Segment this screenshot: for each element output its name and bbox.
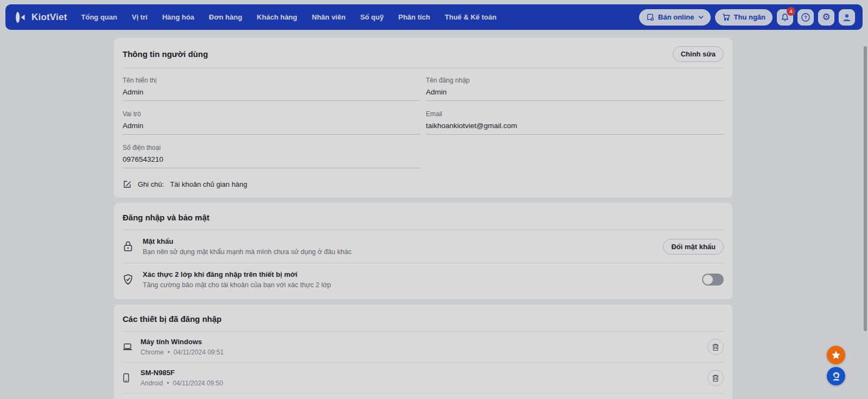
- device-name: Máy tính Windows: [141, 338, 707, 346]
- dot-separator: •: [168, 349, 170, 356]
- field-label: Tên hiển thị: [123, 77, 420, 84]
- device-row: SM-N985F Android • 04/11/2024 09:50: [123, 362, 724, 393]
- account-button[interactable]: [839, 9, 855, 26]
- field-label: Email: [426, 110, 724, 118]
- device-date: 04/11/2024 09:50: [173, 379, 224, 387]
- nav-actions: Bán online Thu ngân: [639, 9, 855, 26]
- nav-item-phan-tich[interactable]: Phân tích: [398, 13, 430, 21]
- toggle-knob: [703, 275, 713, 284]
- field-value: 0976543210: [123, 155, 420, 168]
- nav-item-vi-tri[interactable]: Vị trí: [132, 13, 148, 21]
- svg-text:?: ?: [804, 15, 807, 20]
- two-factor-row: Xác thực 2 lớp khi đăng nhập trên thiết …: [123, 263, 724, 296]
- field-value: Admin: [123, 122, 420, 135]
- field-role: Vai trò Admin: [123, 110, 420, 135]
- delete-device-button[interactable]: [707, 339, 724, 355]
- field-value: taikhoankiotviet@gmail.com: [426, 122, 724, 135]
- device-row: Máy tính Windows Chrome • 05/10/2024 10:…: [123, 393, 724, 399]
- device-date: 04/11/2024 09:51: [174, 349, 224, 356]
- headset-icon: [831, 371, 841, 382]
- avatar-icon: [842, 12, 852, 22]
- divider: [123, 68, 724, 68]
- field-value: Admin: [123, 88, 420, 101]
- trash-icon: [712, 374, 719, 382]
- field-label: Số điện thoại: [123, 144, 420, 151]
- two-factor-title: Xác thực 2 lớp khi đăng nhập trên thiết …: [143, 270, 702, 278]
- device-browser: Chrome: [141, 349, 164, 356]
- kiotviet-logo[interactable]: KiotViet: [13, 11, 67, 24]
- security-card: Đăng nhập và bảo mật Mật khẩu Bạn nên sử…: [114, 203, 732, 299]
- vertical-scrollbar[interactable]: [864, 46, 867, 331]
- password-row: Mật khẩu Bạn nên sử dụng mật khẩu mạnh m…: [123, 230, 724, 263]
- security-title: Đăng nhập và bảo mật: [123, 213, 209, 222]
- dot-separator: •: [167, 379, 169, 387]
- field-username: Tên đăng nhập Admin: [426, 77, 724, 101]
- note-label: Ghi chú:: [138, 180, 164, 188]
- store-icon: [646, 13, 654, 21]
- notifications-button[interactable]: 4: [777, 9, 793, 26]
- two-factor-toggle[interactable]: [702, 274, 724, 286]
- field-label: Tên đăng nhập: [426, 77, 724, 84]
- user-info-card: Thông tin người dùng Chỉnh sửa Tên hiển …: [114, 38, 732, 198]
- support-button[interactable]: [827, 367, 845, 385]
- shield-check-icon: [123, 274, 136, 286]
- help-icon: ?: [801, 12, 810, 22]
- two-factor-description: Tăng cường bảo mật cho tài khoản của bạn…: [143, 281, 702, 289]
- notification-badge: 4: [787, 7, 795, 16]
- nav-item-nhan-vien[interactable]: Nhân viên: [312, 13, 346, 21]
- gear-icon: ⚙: [822, 12, 830, 22]
- devices-title: Các thiết bị đã đăng nhập: [123, 314, 222, 324]
- laptop-icon: [123, 343, 133, 351]
- nav-item-don-hang[interactable]: Đơn hàng: [209, 13, 242, 21]
- note-value: Tài khoản chủ gian hàng: [170, 180, 247, 188]
- nav-item-tong-quan[interactable]: Tổng quan: [81, 13, 117, 21]
- rating-star-button[interactable]: [827, 346, 845, 364]
- nav-menu: Tổng quan Vị trí Hàng hóa Đơn hàng Khách…: [81, 13, 497, 21]
- top-navigation: KiotViet Tổng quan Vị trí Hàng hóa Đơn h…: [5, 4, 863, 30]
- phone-icon: [123, 373, 133, 383]
- field-label: Vai trò: [123, 110, 420, 118]
- settings-button[interactable]: ⚙: [818, 9, 834, 26]
- lock-icon: [123, 240, 136, 252]
- device-name: SM-N985F: [141, 369, 707, 377]
- password-title: Mật khẩu: [143, 237, 663, 245]
- user-info-fields: Tên hiển thị Admin Tên đăng nhập Admin V…: [123, 77, 724, 178]
- cart-icon: [722, 13, 730, 21]
- note-row: Ghi chú: Tài khoản chủ gian hàng: [123, 180, 724, 189]
- thu-ngan-label: Thu ngân: [734, 13, 766, 21]
- nav-item-thue-ke-toan[interactable]: Thuế & Kế toán: [445, 13, 496, 21]
- devices-card: Các thiết bị đã đăng nhập Máy tính Windo…: [114, 305, 732, 399]
- device-row: Máy tính Windows Chrome • 04/11/2024 09:…: [123, 332, 724, 362]
- user-info-title: Thông tin người dùng: [123, 49, 208, 59]
- field-value: Admin: [426, 88, 724, 101]
- ban-online-button[interactable]: Bán online: [639, 9, 710, 26]
- device-browser: Android: [141, 379, 163, 387]
- field-display-name: Tên hiển thị Admin: [123, 77, 420, 101]
- help-button[interactable]: ?: [797, 9, 814, 26]
- field-phone: Số điện thoại 0976543210: [123, 144, 420, 168]
- star-icon: [831, 350, 841, 360]
- field-email: Email taikhoankiotviet@gmail.com: [426, 110, 724, 135]
- edit-note-icon[interactable]: [123, 180, 132, 189]
- change-password-button[interactable]: Đổi mật khẩu: [663, 239, 724, 255]
- nav-item-so-quy[interactable]: Sổ quỹ: [360, 13, 384, 21]
- ban-online-label: Bán online: [658, 13, 694, 21]
- edit-button[interactable]: Chỉnh sửa: [673, 46, 724, 62]
- password-description: Bạn nên sử dụng mật khẩu mạnh mà mình ch…: [143, 248, 663, 256]
- nav-item-khach-hang[interactable]: Khách hàng: [257, 13, 297, 21]
- nav-item-hang-hoa[interactable]: Hàng hóa: [162, 13, 194, 21]
- thu-ngan-button[interactable]: Thu ngân: [715, 9, 773, 26]
- field-spacer: [426, 144, 724, 178]
- trash-icon: [712, 343, 719, 351]
- delete-device-button[interactable]: [707, 370, 724, 386]
- kiotviet-logo-icon: [13, 11, 27, 24]
- main-content: Thông tin người dùng Chỉnh sửa Tên hiển …: [114, 38, 732, 399]
- brand-name: KiotViet: [31, 12, 67, 23]
- chevron-down-icon: [698, 15, 704, 19]
